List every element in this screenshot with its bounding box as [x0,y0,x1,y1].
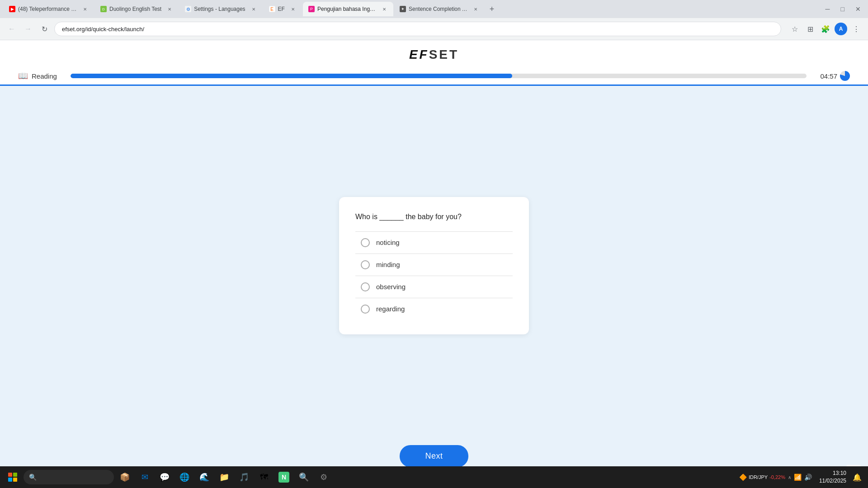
option-label-observing: observing [376,283,406,291]
tab-favicon-youtube: ▶ [9,6,15,12]
tab-pengujian[interactable]: P Pengujian bahasa Inggris ✕ [303,2,393,16]
option-noticing[interactable]: noticing [355,231,513,253]
forward-button[interactable]: → [22,23,34,35]
tab-youtube[interactable]: ▶ (48) Teleperformance test ✕ [4,2,94,16]
address-bar-row: ← → ↻ efset.org/id/quick-check/launch/ ☆… [0,18,868,40]
more-options-icon[interactable]: ⋮ [850,23,863,35]
taskbar-app-line[interactable]: 💬 [156,468,174,486]
chrome-icon: 🌐 [179,472,190,483]
taskbar-right: 🔶 IDR/JPY -0,22% ∧ 📶 🔊 13:10 11/02/2025 … [736,469,864,485]
radio-observing[interactable] [361,282,370,291]
start-button[interactable] [4,468,22,486]
minimize-button[interactable]: ─ [822,4,834,14]
avatar[interactable]: A [835,23,847,35]
radio-regarding[interactable] [361,305,370,314]
next-button-area: Next [400,445,468,467]
address-input[interactable]: efset.org/id/quick-check/launch/ [54,22,781,36]
tray-wifi: 📶 [794,474,802,481]
tab-close-settings[interactable]: ✕ [250,5,257,13]
option-observing[interactable]: observing [355,276,513,298]
clock-date: 11/02/2025 [819,477,846,485]
site-logo: EFSET [409,47,459,62]
tab-close-duolingo[interactable]: ✕ [166,5,173,13]
maximize-button[interactable]: □ [837,4,848,14]
option-minding[interactable]: minding [355,253,513,276]
taskbar: 🔍 📦 ✉ 💬 🌐 🌊 📁 🎵 🗺 N 🔍 ⚙ 🔶 IDR/JPY -0, [0,466,868,488]
tab-ef[interactable]: E EF ✕ [264,2,302,16]
site-header: EFSET 📖 Reading 04:57 [0,40,868,86]
tab-label-sentence: Sentence Completion Ass [409,6,467,12]
tab-label-youtube: (48) Teleperformance test [18,6,77,12]
timer: 04:57 [814,71,850,81]
clock-time: 13:10 [819,469,846,477]
tab-favicon-pengujian: P [308,6,315,12]
maps-icon: 🗺 [259,472,269,483]
next-button[interactable]: Next [400,445,468,467]
taskbar-search[interactable]: 🔍 [24,470,114,484]
mail-icon: ✉ [139,472,150,483]
reading-text: Reading [32,72,57,80]
currency-change: -0,22% [769,474,785,480]
timer-value: 04:57 [820,72,837,80]
option-label-noticing: noticing [376,239,400,246]
profile-menu-icon[interactable]: ⊞ [804,23,816,35]
bookmark-icon[interactable]: ☆ [788,23,801,35]
taskbar-app-edge[interactable]: 🌊 [195,468,213,486]
taskbar-app-maps[interactable]: 🗺 [255,468,273,486]
new-tab-button[interactable]: + [486,3,498,15]
line-icon: 💬 [159,472,170,483]
options-list: noticing minding observing regarding [355,231,513,320]
option-label-regarding: regarding [376,305,405,313]
notifications-button[interactable]: 🔔 [850,470,864,484]
tab-favicon-sentence: ✦ [400,6,406,12]
edge-icon: 🌊 [199,472,210,483]
close-button[interactable]: ✕ [852,4,864,14]
tab-bar: ▶ (48) Teleperformance test ✕ D Duolingo… [0,0,868,18]
address-icons: ☆ ⊞ 🧩 A ⋮ [788,23,863,35]
radio-minding[interactable] [361,260,370,269]
tab-favicon-settings: ⚙ [185,6,191,12]
windows-logo [8,473,17,482]
tray-currency: 🔶 IDR/JPY -0,22% [739,474,785,481]
taskbar-app-mail[interactable]: ✉ [136,468,154,486]
tab-favicon-duolingo: D [100,6,107,12]
tab-label-settings: Settings - Languages [194,6,245,12]
reload-button[interactable]: ↻ [38,23,51,35]
timer-circle [840,71,850,81]
tab-label-ef: EF [278,6,285,12]
tab-close-youtube[interactable]: ✕ [81,5,89,13]
tab-close-sentence[interactable]: ✕ [472,5,479,13]
book-icon: 📖 [18,71,28,81]
taskbar-app-spotify[interactable]: 🎵 [235,468,253,486]
ef-logo-ef: EF [409,47,429,61]
extensions-icon[interactable]: 🧩 [819,23,832,35]
browser-chrome: ▶ (48) Teleperformance test ✕ D Duolingo… [0,0,868,40]
tab-close-pengujian[interactable]: ✕ [381,5,388,13]
tab-label-duolingo: Duolingo English Test [109,6,161,12]
progress-bar-row: 📖 Reading 04:57 [0,67,868,84]
files-icon: 📁 [219,472,230,483]
question-card: Who is ______ the baby for you? noticing… [339,197,529,334]
tab-label-pengujian: Pengujian bahasa Inggris [317,6,376,12]
taskbar-app-files[interactable]: 📁 [215,468,233,486]
taskbar-app-dropbox[interactable]: 📦 [116,468,134,486]
taskbar-app-chrome[interactable]: 🌐 [175,468,193,486]
taskbar-app-settings[interactable]: ⚙ [315,468,333,486]
progress-track [71,74,807,78]
tray-volume: 🔊 [804,474,812,481]
tab-settings[interactable]: ⚙ Settings - Languages ✕ [179,2,262,16]
radio-noticing[interactable] [361,238,370,247]
taskbar-tray: 🔶 IDR/JPY -0,22% ∧ 📶 🔊 [736,474,816,481]
url-text: efset.org/id/quick-check/launch/ [62,26,144,33]
taskbar-app-notch[interactable]: N [275,468,293,486]
search2-icon: 🔍 [298,472,309,483]
option-regarding[interactable]: regarding [355,298,513,320]
tab-sentence[interactable]: ✦ Sentence Completion Ass ✕ [394,2,485,16]
ef-logo-set: SET [429,47,459,61]
tab-close-ef[interactable]: ✕ [289,5,297,13]
reading-label: 📖 Reading [18,71,63,81]
taskbar-app-search2[interactable]: 🔍 [295,468,313,486]
tab-duolingo[interactable]: D Duolingo English Test ✕ [95,2,179,16]
taskbar-clock: 13:10 11/02/2025 [819,469,846,485]
back-button[interactable]: ← [5,23,18,35]
